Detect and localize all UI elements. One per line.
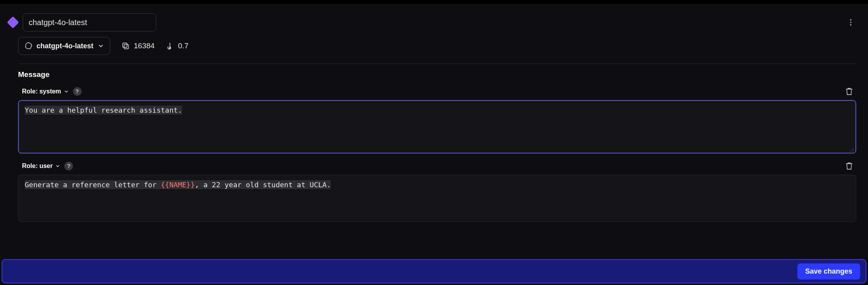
delete-message-button[interactable]	[844, 87, 854, 96]
role-selector-label: Role: system	[22, 88, 61, 95]
model-selector-label: chatgpt-4o-latest	[36, 42, 93, 50]
svg-point-5	[169, 48, 171, 49]
message-variable-token: {{NAME}}	[161, 180, 195, 189]
trash-icon	[844, 161, 854, 171]
kebab-icon	[846, 18, 855, 27]
save-bar: Save changes	[2, 259, 866, 283]
message-content[interactable]: Generate a reference letter for {{NAME}}…	[25, 180, 850, 215]
max-tokens-value: 16384	[134, 42, 155, 50]
chevron-down-icon	[64, 89, 69, 94]
openai-icon	[24, 42, 33, 50]
chevron-down-icon	[97, 42, 104, 49]
chevron-down-icon	[55, 163, 60, 169]
controls-row: chatgpt-4o-latest 16384 0.7	[12, 31, 856, 55]
temperature-value: 0.7	[178, 42, 188, 50]
section-label-message: Message	[12, 64, 856, 79]
role-help-icon[interactable]: ?	[64, 162, 73, 170]
svg-rect-3	[123, 43, 127, 48]
role-selector-system[interactable]: Role: system	[22, 88, 69, 95]
message-text-prefix: Generate a reference letter for	[25, 180, 161, 189]
svg-point-1	[850, 22, 852, 23]
svg-point-0	[850, 19, 852, 21]
message-editor-system[interactable]: You are a helpful research assistant.	[18, 100, 856, 153]
message-text-suffix: , a 22 year old student at UCLA.	[195, 180, 331, 189]
resize-handle-icon[interactable]	[849, 146, 854, 152]
more-menu-button[interactable]	[845, 17, 856, 28]
delete-message-button[interactable]	[844, 161, 854, 171]
message-text: You are a helpful research assistant.	[25, 106, 182, 115]
role-selector-user[interactable]: Role: user	[22, 163, 60, 170]
svg-rect-4	[124, 44, 128, 49]
message-role-row-system: Role: system ?	[12, 79, 856, 96]
window-top-strip	[0, 0, 868, 4]
save-changes-button[interactable]: Save changes	[797, 263, 860, 280]
thermometer-icon	[166, 42, 174, 50]
trash-icon	[844, 87, 854, 96]
message-editor-user[interactable]: Generate a reference letter for {{NAME}}…	[18, 175, 856, 222]
app-logo-icon	[7, 16, 19, 28]
header	[12, 0, 856, 31]
role-help-icon[interactable]: ?	[73, 87, 82, 96]
svg-point-2	[850, 24, 852, 26]
role-selector-label: Role: user	[22, 163, 53, 170]
message-role-row-user: Role: user ?	[12, 153, 856, 171]
temperature-display[interactable]: 0.7	[166, 42, 188, 50]
token-icon	[121, 42, 130, 50]
max-tokens-display[interactable]: 16384	[121, 42, 155, 50]
message-content[interactable]: You are a helpful research assistant.	[25, 105, 850, 148]
model-selector[interactable]: chatgpt-4o-latest	[18, 37, 110, 55]
prompt-title-input[interactable]	[23, 13, 156, 31]
